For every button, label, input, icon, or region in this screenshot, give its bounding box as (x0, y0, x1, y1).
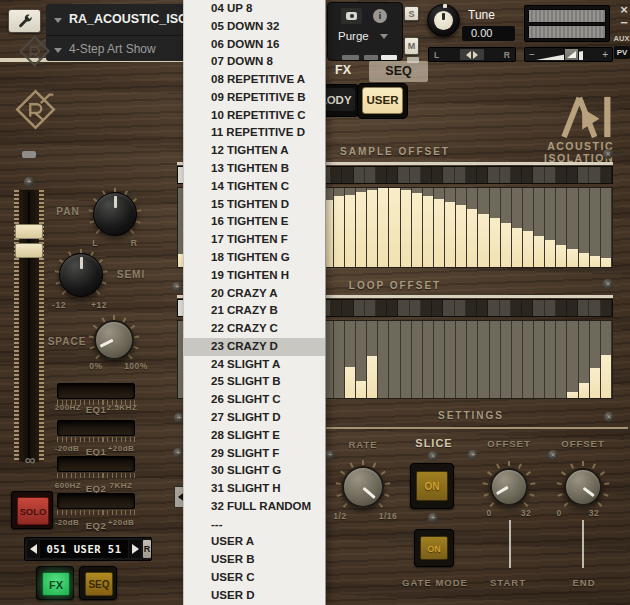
seq-step-bar[interactable] (334, 321, 345, 398)
seq-step-bar[interactable] (601, 321, 612, 398)
seq-step-bar[interactable] (434, 188, 445, 267)
seq-step-bar[interactable] (445, 188, 456, 267)
seq-step-bar[interactable] (501, 188, 512, 267)
slice-on-button[interactable]: ON (410, 463, 454, 509)
preset-menu-item[interactable]: 30 SLIGHT G (184, 462, 325, 480)
seq-step-bar[interactable] (512, 188, 523, 267)
volume-slider[interactable]: − + (524, 47, 613, 62)
seq-step-bar[interactable] (590, 188, 601, 267)
tune-knob[interactable] (427, 4, 460, 37)
preset-menu-item[interactable]: 04 UP 8 (184, 0, 325, 18)
preset-menu-item[interactable]: 20 CRAZY A (184, 285, 325, 303)
pan-slider[interactable]: L R (428, 47, 516, 62)
slider-handle[interactable] (87, 385, 106, 398)
preset-menu-item[interactable]: USER D (184, 587, 325, 605)
offset1-knob[interactable] (482, 460, 536, 514)
seq-step-bar[interactable] (523, 188, 534, 267)
preset-menu-item[interactable]: 10 REPETITIVE C (184, 107, 325, 125)
semi-knob[interactable] (55, 249, 107, 301)
snapshot-camera-button[interactable] (341, 8, 362, 24)
preset-menu-item[interactable]: 15 TIGHTEN D (184, 196, 325, 214)
preset-menu-item[interactable]: 18 TIGHTEN G (184, 249, 325, 267)
seq-step-bar[interactable] (512, 321, 523, 398)
fader-handle[interactable] (15, 224, 43, 258)
purge-dropdown[interactable]: Purge (338, 30, 369, 42)
preset-menu-item[interactable]: 12 TIGHTEN A (184, 142, 325, 160)
pattern-reset-button[interactable]: R (143, 540, 151, 558)
seq-step-bar[interactable] (590, 321, 601, 398)
eq1-gain-slider[interactable] (57, 420, 135, 436)
seq-step-bar[interactable] (545, 188, 556, 267)
seq-step-bar[interactable] (456, 321, 467, 398)
seq-step-bar[interactable] (401, 188, 412, 267)
space-knob[interactable] (89, 315, 139, 365)
tab-seq[interactable]: SEQ (369, 61, 428, 82)
seq-step-bar[interactable] (378, 321, 389, 398)
solo-button-s[interactable]: S (404, 6, 419, 21)
pattern-prev-button[interactable] (27, 540, 39, 558)
seq-step-bar[interactable] (345, 321, 356, 398)
preset-menu-item[interactable]: 19 TIGHTEN H (184, 267, 325, 285)
tune-value[interactable]: 0.00 (462, 26, 515, 41)
seq-step-bar[interactable] (434, 321, 445, 398)
seq-step-bar[interactable] (545, 321, 556, 398)
instrument-subtitle[interactable]: 4-Step Art Show (69, 42, 156, 56)
preset-menu-item[interactable]: 14 TIGHTEN C (184, 178, 325, 196)
offset2-knob[interactable] (556, 460, 610, 514)
rate-knob[interactable] (335, 459, 391, 515)
seq-step-bar[interactable] (490, 188, 501, 267)
seq-step-bar[interactable] (423, 321, 434, 398)
volume-fader[interactable] (14, 190, 44, 462)
preset-menu-item[interactable]: 06 DOWN 16 (184, 36, 325, 54)
seq-step-bar[interactable] (334, 188, 345, 267)
seq-step-bar[interactable] (356, 188, 367, 267)
seq-step-bar[interactable] (445, 321, 456, 398)
seq-step-bar[interactable] (501, 321, 512, 398)
seq-step-bar[interactable] (601, 188, 612, 267)
seq-step-bar[interactable] (478, 188, 489, 267)
pv-button[interactable]: PV (614, 46, 630, 59)
tab-fx[interactable]: FX (331, 63, 355, 79)
seq-step-bar[interactable] (389, 188, 400, 267)
seq-step-bar[interactable] (423, 188, 434, 267)
preset-menu-item[interactable]: 26 SLIGHT C (184, 391, 325, 409)
preset-menu-item[interactable]: 13 TIGHTEN B (184, 160, 325, 178)
preset-menu-item[interactable]: 31 SLIGHT H (184, 480, 325, 498)
user-button[interactable]: USER (357, 83, 408, 119)
seq-step-bar[interactable] (534, 188, 545, 267)
seq-step-bar[interactable] (567, 321, 578, 398)
seq-step-bar[interactable] (401, 321, 412, 398)
eq2-freq-slider[interactable] (57, 456, 135, 472)
eq2-gain-slider[interactable] (57, 493, 135, 509)
seq-toggle-button[interactable]: SEQ (79, 566, 117, 600)
preset-menu-item[interactable]: --- (184, 516, 325, 534)
preset-menu-item[interactable]: 32 FULL RANDOM (184, 498, 325, 516)
preset-menu-item[interactable]: 27 SLIGHT D (184, 409, 325, 427)
seq-step-bar[interactable] (412, 321, 423, 398)
pan-knob[interactable] (89, 188, 141, 240)
slider-handle[interactable] (87, 458, 106, 471)
fx-toggle-button[interactable]: FX (36, 566, 74, 600)
seq-step-bar[interactable] (523, 321, 534, 398)
seq-step-bar[interactable] (579, 321, 590, 398)
instrument-title[interactable]: RA_ACOUSTIC_ISO (69, 12, 183, 26)
preset-menu-item[interactable]: 28 SLIGHT E (184, 427, 325, 445)
pattern-next-button[interactable] (129, 540, 141, 558)
solo-button[interactable]: SOLO (11, 491, 53, 529)
preset-menu-item[interactable]: 25 SLIGHT B (184, 373, 325, 391)
seq-step-bar[interactable] (412, 188, 423, 267)
mute-button-m[interactable]: M (404, 37, 419, 55)
minimize-button[interactable]: − (618, 17, 630, 29)
seq-step-bar[interactable] (579, 188, 590, 267)
seq-step-bar[interactable] (456, 188, 467, 267)
preset-menu-item[interactable]: USER B (184, 551, 325, 569)
seq-step-bar[interactable] (378, 188, 389, 267)
seq-step-bar[interactable] (556, 321, 567, 398)
preset-menu-item[interactable]: 09 REPETITIVE B (184, 89, 325, 107)
eq1-freq-slider[interactable] (57, 383, 135, 399)
start-slider[interactable] (509, 520, 511, 568)
wrench-button[interactable] (8, 9, 41, 33)
pan-handle[interactable] (460, 49, 484, 60)
seq-step-bar[interactable] (556, 188, 567, 267)
seq-step-bar[interactable] (467, 188, 478, 267)
